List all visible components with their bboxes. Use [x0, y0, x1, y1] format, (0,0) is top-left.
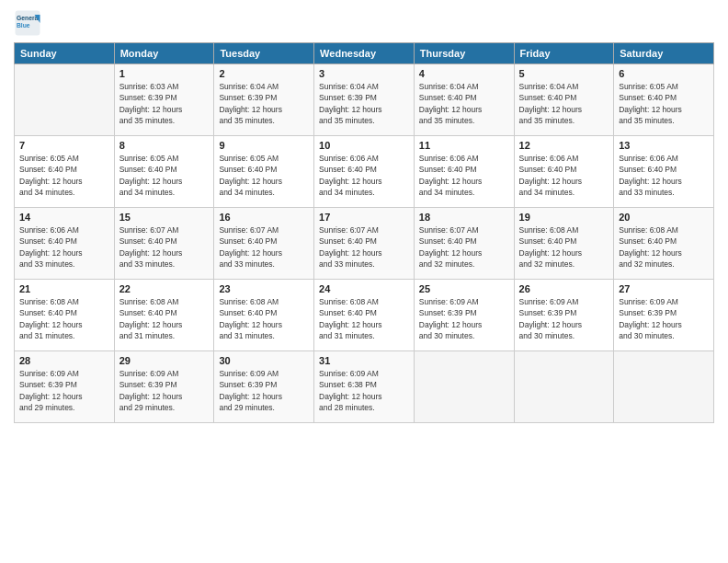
day-number: 2 [219, 68, 309, 79]
calendar-cell: 8Sunrise: 6:05 AM Sunset: 6:40 PM Daylig… [114, 136, 214, 208]
day-number: 25 [419, 283, 509, 294]
weekday-header: Wednesday [314, 43, 415, 64]
calendar-cell: 11Sunrise: 6:06 AM Sunset: 6:40 PM Dayli… [414, 136, 514, 208]
day-number: 3 [319, 68, 409, 79]
weekday-header: Tuesday [214, 43, 314, 64]
day-number: 18 [419, 212, 509, 223]
day-info: Sunrise: 6:09 AM Sunset: 6:39 PM Dayligh… [119, 368, 210, 413]
weekday-header: Sunday [15, 43, 115, 64]
calendar-cell: 4Sunrise: 6:04 AM Sunset: 6:40 PM Daylig… [414, 64, 514, 136]
day-info: Sunrise: 6:08 AM Sunset: 6:40 PM Dayligh… [19, 296, 109, 341]
day-info: Sunrise: 6:06 AM Sunset: 6:40 PM Dayligh… [319, 153, 409, 198]
calendar-cell: 3Sunrise: 6:04 AM Sunset: 6:39 PM Daylig… [314, 64, 415, 136]
calendar-cell: 25Sunrise: 6:09 AM Sunset: 6:39 PM Dayli… [414, 280, 514, 351]
calendar-week-row: 1Sunrise: 6:03 AM Sunset: 6:39 PM Daylig… [15, 64, 714, 136]
day-info: Sunrise: 6:04 AM Sunset: 6:39 PM Dayligh… [319, 81, 409, 126]
calendar-cell: 19Sunrise: 6:08 AM Sunset: 6:40 PM Dayli… [514, 208, 614, 280]
weekday-header: Thursday [414, 43, 514, 64]
day-number: 19 [519, 212, 609, 223]
calendar-cell: 20Sunrise: 6:08 AM Sunset: 6:40 PM Dayli… [614, 208, 714, 280]
calendar-cell: 7Sunrise: 6:05 AM Sunset: 6:40 PM Daylig… [15, 136, 115, 208]
day-number: 24 [319, 283, 409, 294]
weekday-header: Saturday [614, 43, 714, 64]
day-info: Sunrise: 6:07 AM Sunset: 6:40 PM Dayligh… [119, 224, 210, 270]
calendar-cell: 6Sunrise: 6:05 AM Sunset: 6:40 PM Daylig… [614, 64, 714, 136]
day-info: Sunrise: 6:05 AM Sunset: 6:40 PM Dayligh… [219, 153, 309, 198]
day-number: 23 [219, 283, 309, 294]
day-info: Sunrise: 6:04 AM Sunset: 6:40 PM Dayligh… [519, 81, 609, 126]
day-info: Sunrise: 6:09 AM Sunset: 6:39 PM Dayligh… [519, 296, 609, 341]
calendar-cell: 23Sunrise: 6:08 AM Sunset: 6:40 PM Dayli… [214, 280, 314, 351]
day-number: 31 [319, 355, 409, 366]
weekday-header: Friday [514, 43, 614, 64]
calendar-table: SundayMondayTuesdayWednesdayThursdayFrid… [14, 42, 714, 423]
day-info: Sunrise: 6:09 AM Sunset: 6:39 PM Dayligh… [19, 368, 109, 413]
calendar-cell [514, 351, 614, 423]
day-info: Sunrise: 6:05 AM Sunset: 6:40 PM Dayligh… [619, 81, 709, 126]
calendar-cell: 26Sunrise: 6:09 AM Sunset: 6:39 PM Dayli… [514, 280, 614, 351]
day-number: 9 [219, 140, 309, 151]
day-number: 1 [119, 68, 210, 79]
weekday-header-row: SundayMondayTuesdayWednesdayThursdayFrid… [15, 43, 714, 64]
day-info: Sunrise: 6:07 AM Sunset: 6:40 PM Dayligh… [219, 224, 309, 270]
calendar-cell: 17Sunrise: 6:07 AM Sunset: 6:40 PM Dayli… [314, 208, 415, 280]
day-info: Sunrise: 6:08 AM Sunset: 6:40 PM Dayligh… [619, 224, 709, 270]
day-number: 21 [19, 283, 109, 294]
day-number: 28 [19, 355, 109, 366]
day-info: Sunrise: 6:08 AM Sunset: 6:40 PM Dayligh… [219, 296, 309, 341]
day-number: 11 [419, 140, 509, 151]
day-number: 22 [119, 283, 210, 294]
day-info: Sunrise: 6:06 AM Sunset: 6:40 PM Dayligh… [419, 153, 509, 198]
calendar-cell: 9Sunrise: 6:05 AM Sunset: 6:40 PM Daylig… [214, 136, 314, 208]
calendar-cell: 21Sunrise: 6:08 AM Sunset: 6:40 PM Dayli… [15, 280, 115, 351]
logo-icon: General Blue [14, 9, 41, 37]
calendar-cell: 10Sunrise: 6:06 AM Sunset: 6:40 PM Dayli… [314, 136, 415, 208]
day-number: 17 [319, 212, 409, 223]
calendar-cell: 28Sunrise: 6:09 AM Sunset: 6:39 PM Dayli… [15, 351, 115, 423]
weekday-header: Monday [114, 43, 214, 64]
calendar-cell: 22Sunrise: 6:08 AM Sunset: 6:40 PM Dayli… [114, 280, 214, 351]
calendar-cell [15, 64, 115, 136]
calendar-cell: 29Sunrise: 6:09 AM Sunset: 6:39 PM Dayli… [114, 351, 214, 423]
calendar-cell: 12Sunrise: 6:06 AM Sunset: 6:40 PM Dayli… [514, 136, 614, 208]
day-info: Sunrise: 6:09 AM Sunset: 6:39 PM Dayligh… [219, 368, 309, 413]
day-info: Sunrise: 6:04 AM Sunset: 6:39 PM Dayligh… [219, 81, 309, 126]
day-number: 13 [619, 140, 709, 151]
calendar-week-row: 28Sunrise: 6:09 AM Sunset: 6:39 PM Dayli… [15, 351, 714, 423]
calendar-cell: 18Sunrise: 6:07 AM Sunset: 6:40 PM Dayli… [414, 208, 514, 280]
day-info: Sunrise: 6:05 AM Sunset: 6:40 PM Dayligh… [19, 153, 109, 198]
calendar-cell: 16Sunrise: 6:07 AM Sunset: 6:40 PM Dayli… [214, 208, 314, 280]
day-info: Sunrise: 6:08 AM Sunset: 6:40 PM Dayligh… [519, 224, 609, 270]
calendar-cell: 13Sunrise: 6:06 AM Sunset: 6:40 PM Dayli… [614, 136, 714, 208]
day-number: 10 [319, 140, 409, 151]
day-number: 7 [19, 140, 109, 151]
day-number: 14 [19, 212, 109, 223]
day-number: 6 [619, 68, 709, 79]
day-number: 30 [219, 355, 309, 366]
svg-text:Blue: Blue [17, 22, 30, 29]
day-number: 12 [519, 140, 609, 151]
day-number: 27 [619, 283, 709, 294]
calendar-cell: 14Sunrise: 6:06 AM Sunset: 6:40 PM Dayli… [15, 208, 115, 280]
day-number: 29 [119, 355, 210, 366]
logo: General Blue [14, 9, 45, 37]
day-info: Sunrise: 6:04 AM Sunset: 6:40 PM Dayligh… [419, 81, 509, 126]
day-info: Sunrise: 6:06 AM Sunset: 6:40 PM Dayligh… [19, 224, 109, 270]
day-info: Sunrise: 6:09 AM Sunset: 6:38 PM Dayligh… [319, 368, 409, 413]
day-number: 20 [619, 212, 709, 223]
calendar-cell: 31Sunrise: 6:09 AM Sunset: 6:38 PM Dayli… [314, 351, 415, 423]
day-info: Sunrise: 6:06 AM Sunset: 6:40 PM Dayligh… [619, 153, 709, 198]
day-info: Sunrise: 6:08 AM Sunset: 6:40 PM Dayligh… [319, 296, 409, 341]
calendar-week-row: 21Sunrise: 6:08 AM Sunset: 6:40 PM Dayli… [15, 280, 714, 351]
calendar-cell: 27Sunrise: 6:09 AM Sunset: 6:39 PM Dayli… [614, 280, 714, 351]
day-info: Sunrise: 6:06 AM Sunset: 6:40 PM Dayligh… [519, 153, 609, 198]
calendar-cell [414, 351, 514, 423]
day-number: 8 [119, 140, 210, 151]
day-info: Sunrise: 6:03 AM Sunset: 6:39 PM Dayligh… [119, 81, 210, 126]
page-container: General Blue SundayMondayTuesdayWednesda… [0, 0, 728, 432]
day-number: 16 [219, 212, 309, 223]
calendar-cell: 2Sunrise: 6:04 AM Sunset: 6:39 PM Daylig… [214, 64, 314, 136]
day-number: 15 [119, 212, 210, 223]
day-number: 5 [519, 68, 609, 79]
day-info: Sunrise: 6:07 AM Sunset: 6:40 PM Dayligh… [419, 224, 509, 270]
